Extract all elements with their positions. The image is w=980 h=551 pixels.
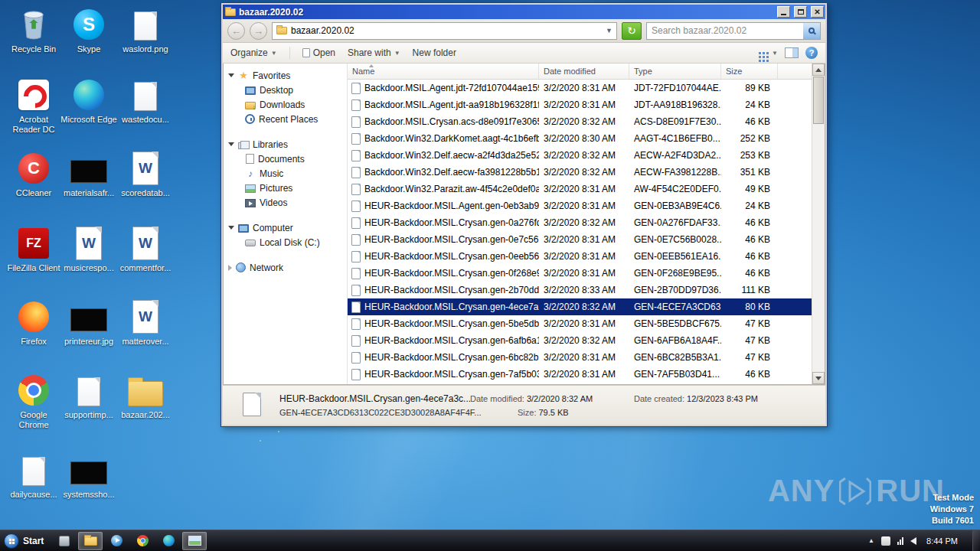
search-button[interactable] xyxy=(803,23,820,39)
file-row[interactable]: HEUR-Backdoor.MSIL.Crysan.gen-5be5dbcf..… xyxy=(348,315,812,332)
share-with-button[interactable]: Share with▼ xyxy=(348,47,400,58)
taskbar-button-photo-viewer[interactable] xyxy=(182,532,207,550)
desktop-icon-skype[interactable]: Skype xyxy=(60,6,118,54)
file-icon xyxy=(351,201,361,212)
minimize-button[interactable] xyxy=(777,6,790,18)
nav-libraries[interactable]: Libraries xyxy=(228,137,347,152)
expander-icon[interactable] xyxy=(228,226,234,230)
desktop-icon-ccleaner[interactable]: CCleaner xyxy=(5,150,63,198)
taskbar-button-app[interactable] xyxy=(52,532,77,550)
nav-local-disk-c[interactable]: Local Disk (C:) xyxy=(228,235,347,249)
title-bar[interactable]: bazaar.2020.02 ✕ xyxy=(223,5,825,19)
expander-icon[interactable] xyxy=(228,73,234,77)
file-row[interactable]: Backdoor.Win32.Delf.aecw-fa3981228b5b12.… xyxy=(348,164,812,181)
scrollbar-thumb[interactable] xyxy=(813,77,824,124)
back-button[interactable]: ← xyxy=(227,22,245,40)
desktop-icon-scoredatab[interactable]: scoredatab... xyxy=(116,150,175,198)
nav-documents[interactable]: Documents xyxy=(228,152,347,166)
desktop-icon-printereur[interactable]: printereur.jpg xyxy=(60,298,118,347)
preview-pane-button[interactable] xyxy=(785,47,799,58)
file-row[interactable]: HEUR-Backdoor.MSIL.Crysan.gen-2b70dd97..… xyxy=(348,282,812,298)
taskbar-button-chrome[interactable] xyxy=(130,532,155,550)
volume-icon[interactable] xyxy=(910,537,916,545)
desktop-icon-materialsafr[interactable]: materialsafr... xyxy=(60,150,118,198)
file-row[interactable]: Backdoor.Win32.Parazit.aw-4f54c2e0def0a2… xyxy=(348,181,812,197)
scroll-up-button[interactable] xyxy=(812,64,825,76)
desktop-icon-systemssho[interactable]: systemssho... xyxy=(60,452,118,500)
file-row[interactable]: Backdoor.Win32.Delf.aecw-a2f4d3da25e52d.… xyxy=(348,147,812,164)
details-pane: HEUR-Backdoor.MSIL.Crysan.gen-4ece7a3c..… xyxy=(223,385,825,425)
scrollbar-track[interactable] xyxy=(812,125,825,372)
column-header-size[interactable]: Size xyxy=(721,64,778,79)
file-row[interactable]: Backdoor.Win32.DarkKomet.aagt-4c1b6efb..… xyxy=(348,130,812,147)
file-row[interactable]: HEUR-Backdoor.MSIL.Crysan.gen-0eeb561e..… xyxy=(348,248,812,265)
nav-desktop[interactable]: Desktop xyxy=(228,83,347,97)
file-row[interactable]: HEUR-Backdoor.MSIL.Crysan.gen-6afb6a18..… xyxy=(348,332,812,349)
taskbar-button-media-player[interactable] xyxy=(104,532,129,550)
file-row[interactable]: HEUR-Backdoor.MSIL.Crysan.gen-7af5b03d..… xyxy=(348,366,812,383)
desktop-icon-label: CCleaner xyxy=(16,188,51,198)
column-header-date-modified[interactable]: Date modified xyxy=(539,64,629,79)
taskbar-button-edge[interactable] xyxy=(156,532,181,550)
desktop-icon-matterover[interactable]: matterover... xyxy=(116,298,175,347)
network-icon[interactable] xyxy=(897,537,903,545)
refresh-button[interactable]: ↻ xyxy=(622,22,642,40)
desktop-icon-dailycause[interactable]: dailycause... xyxy=(5,452,63,500)
file-row[interactable]: HEUR-Backdoor.MSIL.Crysan.gen-0a276fdaf.… xyxy=(348,214,812,231)
nav-videos[interactable]: Videos xyxy=(228,195,347,210)
help-button[interactable]: ? xyxy=(805,47,818,59)
nav-music[interactable]: ♪ Music xyxy=(228,166,347,181)
desktop-icon-filezilla[interactable]: FileZilla Client xyxy=(5,225,63,273)
file-row[interactable]: HEUR-Backdoor.MSIL.Crysan.gen-0e7c56b0..… xyxy=(348,231,812,248)
forward-button[interactable]: → xyxy=(250,22,267,40)
nav-pictures[interactable]: Pictures xyxy=(228,181,347,195)
scroll-down-button[interactable] xyxy=(812,372,825,384)
desktop-icon-edge[interactable]: Microsoft Edge xyxy=(60,77,118,125)
nav-computer[interactable]: Computer xyxy=(228,220,347,235)
desktop-icon-firefox[interactable]: Firefox xyxy=(5,298,63,347)
change-view-button[interactable]: ▼ xyxy=(759,50,778,57)
address-dropdown-icon[interactable]: ▼ xyxy=(606,27,612,34)
file-row[interactable]: HEUR-Backdoor.MSIL.Agent.gen-0eb3ab9e4..… xyxy=(348,197,812,214)
desktop-icon-chrome[interactable]: Google Chrome xyxy=(5,372,63,430)
desktop-icon-recycle-bin[interactable]: Recycle Bin xyxy=(5,6,63,54)
file-row[interactable]: Backdoor.MSIL.Agent.jdt-72fd107044ae159.… xyxy=(348,80,812,96)
expander-icon[interactable] xyxy=(228,142,234,146)
show-desktop-button[interactable] xyxy=(972,530,980,551)
column-header-name[interactable]: Name xyxy=(348,64,539,79)
vertical-scrollbar[interactable] xyxy=(812,64,825,384)
expander-icon[interactable] xyxy=(228,265,232,271)
desktop-icon-waslord[interactable]: waslord.png xyxy=(116,6,175,54)
nav-recent-places[interactable]: Recent Places xyxy=(228,112,347,126)
desktop-icon-wastedocu[interactable]: wastedocu... xyxy=(116,77,175,125)
desktop-icon-commentfor[interactable]: commentfor... xyxy=(116,225,175,273)
open-button[interactable]: Open xyxy=(302,47,335,58)
hidden-icons-chevron[interactable]: ▲ xyxy=(868,537,874,544)
desktop-icon-bazaar-folder[interactable]: bazaar.202... xyxy=(116,372,175,420)
column-header-type[interactable]: Type xyxy=(629,64,721,79)
taskbar-clock[interactable]: 8:44 PM xyxy=(923,536,965,546)
media-player-icon xyxy=(111,535,122,546)
file-row-selected[interactable]: HEUR-Backdoor.MSIL.Crysan.gen-4ece7a3c..… xyxy=(348,298,812,315)
file-row[interactable]: HEUR-Backdoor.MSIL.Crysan.gen-6bc82b5b..… xyxy=(348,349,812,366)
explorer-icon xyxy=(84,536,97,546)
nav-downloads[interactable]: Downloads xyxy=(228,97,347,112)
file-row[interactable]: HEUR-Backdoor.MSIL.Crysan.gen-0f268e9b..… xyxy=(348,265,812,282)
new-folder-button[interactable]: New folder xyxy=(413,47,456,58)
file-row[interactable]: Backdoor.MSIL.Crysan.acs-d8e091f7e30656.… xyxy=(348,113,812,130)
file-row[interactable]: Backdoor.MSIL.Agent.jdt-aa918b196328f1f.… xyxy=(348,96,812,113)
search-box[interactable]: Search bazaar.2020.02 xyxy=(646,22,821,40)
desktop-icon-acrobat[interactable]: Acrobat Reader DC xyxy=(5,77,63,135)
nav-network[interactable]: Network xyxy=(228,260,347,275)
file-name: HEUR-Backdoor.MSIL.Agent.gen-0eb3ab9e4..… xyxy=(364,201,539,211)
desktop-icon-musicrespo[interactable]: musicrespo... xyxy=(60,225,118,273)
nav-favorites[interactable]: ★ Favorites xyxy=(228,68,347,83)
desktop-icon-supportimp[interactable]: supportimp... xyxy=(60,372,118,420)
maximize-button[interactable] xyxy=(794,6,807,18)
address-bar[interactable]: bazaar.2020.02 ▼ xyxy=(272,22,617,40)
organize-button[interactable]: Organize▼ xyxy=(230,47,277,58)
tray-app-icon[interactable] xyxy=(881,536,890,546)
taskbar-button-explorer[interactable] xyxy=(78,532,103,550)
close-button[interactable]: ✕ xyxy=(811,6,824,18)
start-button[interactable]: Start xyxy=(0,530,51,551)
